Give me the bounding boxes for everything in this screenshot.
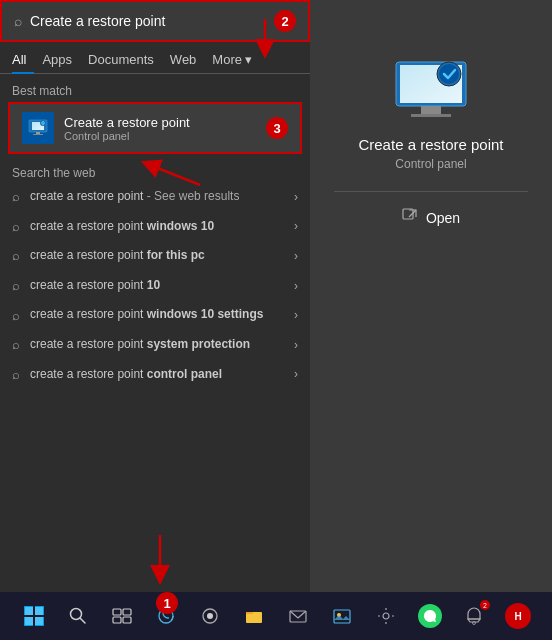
search-icon-2: ⌕ <box>12 219 20 234</box>
svg-point-29 <box>207 613 213 619</box>
search-query: Create a restore point <box>30 13 266 29</box>
open-label: Open <box>426 210 460 226</box>
right-panel-app-icon <box>391 60 471 120</box>
badge-3: 3 <box>266 117 288 139</box>
web-item-3[interactable]: ⌕ create a restore point for this pc › <box>0 241 310 271</box>
svg-rect-3 <box>36 132 40 134</box>
panel-divider <box>334 191 528 192</box>
taskbar-task-view-button[interactable] <box>102 596 142 636</box>
svg-point-34 <box>383 613 389 619</box>
svg-rect-24 <box>113 609 121 615</box>
svg-rect-26 <box>113 617 121 623</box>
taskbar-chrome-button[interactable] <box>190 596 230 636</box>
badge-1: 1 <box>156 592 178 614</box>
search-panel: ⌕ Create a restore point 2 All Apps Docu… <box>0 0 310 600</box>
tab-all[interactable]: All <box>12 48 34 73</box>
search-icon-5: ⌕ <box>12 308 20 323</box>
best-match-label: Best match <box>0 74 310 102</box>
open-icon <box>402 208 418 227</box>
arrow-icon-6: › <box>294 338 298 352</box>
web-item-text-3: create a restore point for this pc <box>30 248 294 264</box>
tab-web[interactable]: Web <box>162 48 205 73</box>
arrow-icon-1: › <box>294 190 298 204</box>
taskbar-photos-button[interactable] <box>322 596 362 636</box>
tab-more[interactable]: More ▾ <box>204 48 260 73</box>
best-match-text: Create a restore point Control panel <box>64 115 190 142</box>
notification-badge: 2 <box>483 602 487 609</box>
taskbar-mail-button[interactable] <box>278 596 318 636</box>
badge-2: 2 <box>274 10 296 32</box>
search-icon-3: ⌕ <box>12 248 20 263</box>
web-item-text-5: create a restore point windows 10 settin… <box>30 307 294 323</box>
search-box[interactable]: ⌕ Create a restore point 2 <box>0 0 310 42</box>
search-icon-7: ⌕ <box>12 367 20 382</box>
svg-rect-21 <box>25 617 33 625</box>
web-item-7[interactable]: ⌕ create a restore point control panel › <box>0 360 310 390</box>
web-item-text-1: create a restore point - See web results <box>30 189 294 205</box>
svg-rect-20 <box>35 607 43 615</box>
arrow-icon-3: › <box>294 249 298 263</box>
svg-rect-32 <box>334 610 350 623</box>
svg-rect-4 <box>33 134 43 135</box>
web-item-text-4: create a restore point 10 <box>30 278 294 294</box>
search-icon-6: ⌕ <box>12 337 20 352</box>
web-item-5[interactable]: ⌕ create a restore point windows 10 sett… <box>0 300 310 330</box>
svg-rect-19 <box>25 607 33 615</box>
svg-rect-25 <box>123 609 131 615</box>
right-panel-title: Create a restore point <box>358 136 503 153</box>
best-match-item[interactable]: Create a restore point Control panel 3 <box>8 102 302 154</box>
tab-apps[interactable]: Apps <box>34 48 80 73</box>
search-icon: ⌕ <box>14 13 22 29</box>
web-search-label: Search the web <box>0 160 310 182</box>
right-panel: Create a restore point Control panel Ope… <box>310 0 552 600</box>
web-item-2[interactable]: ⌕ create a restore point windows 10 › <box>0 212 310 242</box>
web-item-text-7: create a restore point control panel <box>30 367 294 383</box>
taskbar-settings-button[interactable] <box>366 596 406 636</box>
arrow-icon-5: › <box>294 308 298 322</box>
web-item-6[interactable]: ⌕ create a restore point system protecti… <box>0 330 310 360</box>
svg-point-13 <box>439 64 459 84</box>
windows-start-button[interactable] <box>14 596 54 636</box>
taskbar-notification-button[interactable]: 2 <box>454 596 494 636</box>
svg-rect-22 <box>35 617 43 625</box>
web-item-text-2: create a restore point windows 10 <box>30 219 294 235</box>
svg-rect-10 <box>421 106 441 114</box>
arrow-icon-4: › <box>294 279 298 293</box>
taskbar-whatsapp-button[interactable] <box>410 596 450 636</box>
taskbar-search-button[interactable] <box>58 596 98 636</box>
taskbar-file-explorer-button[interactable] <box>234 596 274 636</box>
taskbar: 2 H <box>0 592 552 640</box>
chevron-down-icon: ▾ <box>245 52 252 67</box>
web-item-4[interactable]: ⌕ create a restore point 10 › <box>0 271 310 301</box>
taskbar-huawei-button[interactable]: H <box>498 596 538 636</box>
best-match-title: Create a restore point <box>64 115 190 130</box>
arrow-icon-7: › <box>294 367 298 381</box>
svg-rect-27 <box>123 617 131 623</box>
search-icon-4: ⌕ <box>12 278 20 293</box>
right-panel-subtitle: Control panel <box>395 157 466 171</box>
web-item-1[interactable]: ⌕ create a restore point - See web resul… <box>0 182 310 212</box>
tab-documents[interactable]: Documents <box>80 48 162 73</box>
svg-rect-11 <box>411 114 451 117</box>
arrow-icon-2: › <box>294 219 298 233</box>
open-button[interactable]: Open <box>402 208 460 227</box>
web-item-text-6: create a restore point system protection <box>30 337 294 353</box>
restore-point-icon <box>22 112 54 144</box>
tabs-bar: All Apps Documents Web More ▾ <box>0 42 310 74</box>
best-match-subtitle: Control panel <box>64 130 190 142</box>
search-icon-1: ⌕ <box>12 189 20 204</box>
